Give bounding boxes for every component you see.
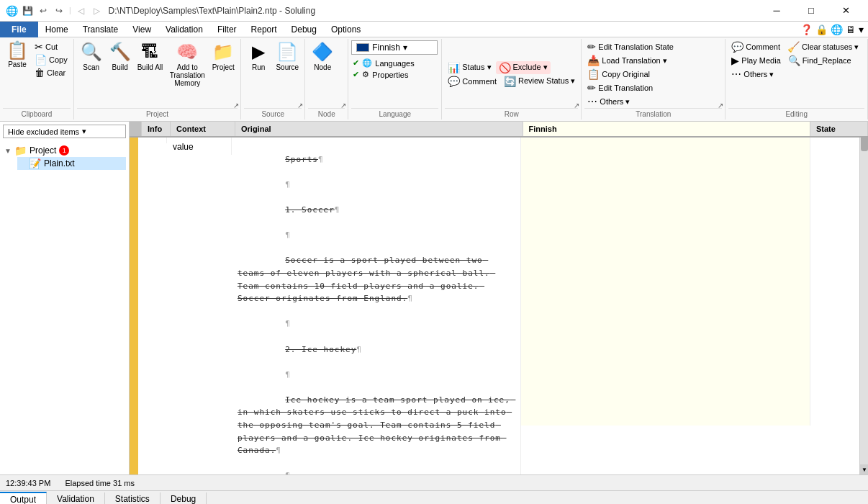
ribbon-group-row: 📊 Status ▾ 🚫 Exclude ▾ 💬 Comment 🔄 (442, 39, 582, 120)
edit-translation-button[interactable]: ✏ Edit Translation (584, 81, 656, 94)
scroll-bottom-btn[interactable]: ▼ (860, 464, 868, 474)
menu-home[interactable]: Home (38, 22, 76, 37)
others-editing-button[interactable]: ⋯ Others ▾ (728, 68, 777, 81)
menu-view[interactable]: View (125, 22, 158, 37)
others-translation-button[interactable]: ⋯ Others ▾ (584, 95, 633, 108)
build-icon: 🔨 (109, 42, 131, 62)
maximize-button[interactable]: □ (795, 0, 828, 22)
editing-group-label: Editing (728, 108, 864, 118)
copy-original-icon: 📋 (587, 68, 600, 80)
row-expand-icon[interactable]: ↗ (574, 102, 579, 109)
tab-output[interactable]: Output (0, 492, 47, 505)
row-mid-items: 💬 Comment 🔄 Review Status ▾ (445, 75, 578, 88)
others-trans-icon: ⋯ (587, 96, 597, 107)
load-translation-button[interactable]: 📥 Load Translation ▾ (584, 54, 669, 67)
menu-debug[interactable]: Debug (284, 22, 324, 37)
ribbon-group-editing: 💬 Comment 🧹 Clear statuses ▾ ▶ Play Medi… (725, 39, 868, 120)
languages-check-icon: ✔ (353, 58, 359, 68)
ribbon-content: 📋 Paste ✂ Cut 📄 Copy 🗑 Clear (0, 37, 868, 121)
hide-excluded-wrapper: Hide excluded items ▾ (0, 122, 129, 141)
lang-dropdown-arrow: ▾ (403, 42, 407, 53)
menu-file[interactable]: File (0, 22, 38, 37)
copy-label: Copy (49, 55, 68, 64)
comment-row-button[interactable]: 💬 Comment (445, 75, 499, 88)
run-button[interactable]: ▶ Run (244, 40, 273, 73)
content-area: Info Context Original Finnish State valu… (130, 122, 868, 474)
orig-soccer-desc: Soccer is a sport played between two tea… (238, 256, 495, 303)
languages-item[interactable]: ✔ 🌐 Languages (351, 58, 415, 68)
exclude-label: Exclude ▾ (513, 63, 548, 72)
tree-project-item[interactable]: ▼ 📁 Project 1 (3, 144, 126, 157)
status-button[interactable]: 📊 Status ▾ (445, 61, 494, 74)
redo-icon[interactable]: ↪ (53, 5, 65, 17)
help-icon[interactable]: ❓ (800, 24, 813, 35)
find-replace-button[interactable]: 🔍 Find_Replace (785, 54, 854, 67)
copy-button[interactable]: 📄 Copy (32, 53, 71, 66)
forward-icon[interactable]: ▷ (91, 5, 103, 17)
tab-validation[interactable]: Validation (47, 492, 105, 505)
clear-button[interactable]: 🗑 Clear (32, 66, 71, 79)
build-all-button[interactable]: 🏗 Build All (135, 40, 166, 73)
scan-button[interactable]: 🔍 Scan (77, 40, 106, 73)
back-icon[interactable]: ◁ (76, 5, 87, 17)
clear-statuses-label: Clear statuses ▾ (802, 42, 859, 52)
settings-menu-icon[interactable]: ▾ (859, 24, 864, 35)
comment-editing-button[interactable]: 💬 Comment (728, 40, 783, 53)
exclude-button[interactable]: 🚫 Exclude ▾ (496, 61, 551, 74)
clear-statuses-icon: 🧹 (787, 41, 800, 53)
pilcrow-1: ¶ (318, 155, 323, 164)
tab-debug[interactable]: Debug (161, 492, 207, 505)
clear-statuses-button[interactable]: 🧹 Clear statuses ▾ (785, 40, 862, 53)
add-translation-memory-button[interactable]: 🧠 Add to Translation Memory (166, 40, 209, 89)
copy-original-button[interactable]: 📋 Copy Original (584, 68, 653, 81)
paste-button[interactable]: 📋 Paste (3, 40, 32, 70)
properties-item[interactable]: ✔ ⚙ Properties (351, 69, 415, 80)
undo-icon[interactable]: ↩ (37, 5, 49, 17)
node-expand-icon[interactable]: ↗ (340, 102, 346, 109)
row-items: 📊 Status ▾ 🚫 Exclude ▾ 💬 Comment 🔄 (445, 40, 578, 108)
cut-button[interactable]: ✂ Cut (32, 40, 71, 53)
menu-options[interactable]: Options (324, 22, 368, 37)
paste-icon: 📋 (6, 42, 28, 59)
project-label-btn: Project (212, 63, 235, 71)
project-button[interactable]: 📁 Project (209, 40, 238, 73)
monitor-icon[interactable]: 🖥 (846, 24, 856, 35)
minimize-button[interactable]: ─ (760, 0, 793, 22)
node-group-label: Node (308, 108, 345, 118)
ribbon: 📋 Paste ✂ Cut 📄 Copy 🗑 Clear (0, 37, 868, 122)
window-controls: ─ □ ✕ (760, 0, 862, 22)
tab-statistics[interactable]: Statistics (105, 492, 161, 505)
close-button[interactable]: ✕ (829, 0, 862, 22)
translation-expand-icon[interactable]: ↗ (718, 102, 723, 109)
tree-file-item[interactable]: 📝 Plain.txt (17, 157, 126, 170)
source-expand-icon[interactable]: ↗ (297, 102, 303, 109)
scrollbar[interactable]: ▼ (859, 122, 868, 474)
build-button[interactable]: 🔨 Build (106, 40, 135, 73)
col-header-finnish: Finnish (523, 122, 811, 136)
menu-filter[interactable]: Filter (210, 22, 244, 37)
save-icon[interactable]: 💾 (22, 5, 33, 17)
play-media-button[interactable]: ▶ Play Media (728, 54, 783, 67)
project-expand-icon[interactable]: ↗ (233, 102, 239, 109)
others-edit-icon: ⋯ (731, 68, 741, 80)
hide-excluded-button[interactable]: Hide excluded items ▾ (3, 125, 126, 138)
menu-report[interactable]: Report (244, 22, 284, 37)
language-dropdown[interactable]: Finnish ▾ (351, 40, 438, 55)
properties-check-icon: ✔ (353, 70, 359, 79)
review-status-button[interactable]: 🔄 Review Status ▾ (501, 75, 578, 88)
hide-excluded-dropdown[interactable]: ▾ (82, 127, 86, 136)
network-icon[interactable]: 🌐 (831, 24, 843, 35)
node-button[interactable]: 🔷 Node (308, 40, 337, 73)
grid-container[interactable]: Info Context Original Finnish State valu… (130, 122, 868, 474)
menu-translate[interactable]: Translate (76, 22, 126, 37)
cell-finnish[interactable] (521, 138, 810, 426)
run-icon: ▶ (252, 42, 265, 62)
menubar: File Home Translate View Validation Filt… (0, 22, 868, 37)
info-icon[interactable]: 🔒 (815, 24, 828, 35)
edit-translation-state-button[interactable]: ✏ Edit Translation State (584, 40, 677, 53)
file-tree-icon: 📝 (29, 158, 41, 169)
scan-label: Scan (83, 63, 99, 71)
titlebar: 🌐 💾 ↩ ↪ | ◁ ▷ D:\NT\Deploy\Samples\Text\… (0, 0, 868, 22)
menu-validation[interactable]: Validation (158, 22, 210, 37)
source-button[interactable]: 📄 Source (273, 40, 302, 73)
